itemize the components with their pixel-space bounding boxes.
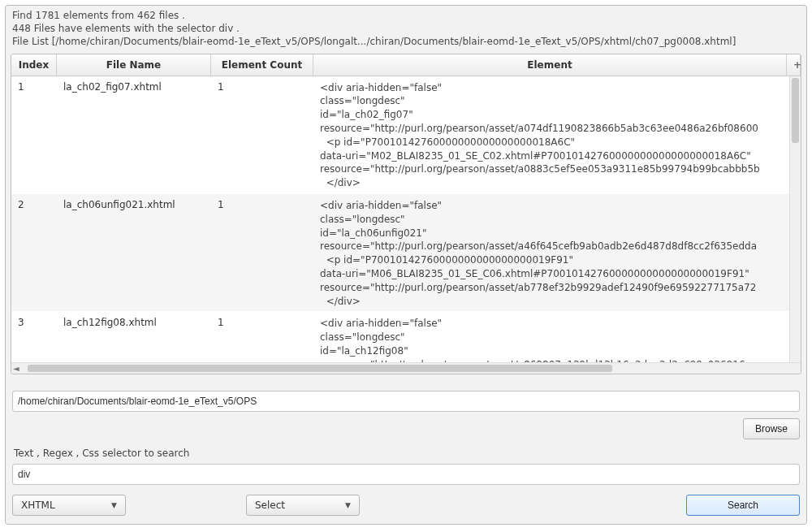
path-input[interactable] (12, 391, 800, 412)
cell-file-name: la_ch02_fig07.xhtml (57, 76, 211, 193)
format-select-value: XHTML (21, 500, 55, 511)
cell-index: 1 (11, 76, 57, 193)
cell-index: 3 (11, 312, 57, 362)
plus-icon: + (793, 59, 801, 71)
cell-element-count: 1 (211, 76, 313, 193)
results-table: Index File Name Element Count Element + … (11, 54, 801, 374)
format-select[interactable]: XHTML ▼ (12, 495, 126, 516)
cell-element: <div aria-hidden="false" class="longdesc… (313, 194, 789, 311)
table-row[interactable]: 2 la_ch06unfig021.xhtml 1 <div aria-hidd… (11, 194, 789, 312)
column-header-index[interactable]: Index (11, 54, 57, 76)
cell-element-count: 1 (211, 312, 313, 362)
table-row[interactable]: 1 la_ch02_fig07.xhtml 1 <div aria-hidden… (11, 76, 789, 194)
vertical-scrollbar[interactable] (789, 76, 801, 362)
summary-line-2: 448 Files have elements with the selecto… (12, 22, 800, 35)
column-header-file-name[interactable]: File Name (57, 54, 211, 76)
summary-block: Find 1781 elements from 462 files . 448 … (6, 6, 806, 50)
summary-line-1: Find 1781 elements from 462 files . (12, 9, 800, 22)
scrollbar-thumb[interactable] (28, 365, 612, 372)
scroll-left-icon: ◄ (13, 364, 19, 373)
main-panel: Find 1781 elements from 462 files . 448 … (5, 5, 807, 525)
mode-select-value: Select (255, 500, 285, 511)
column-header-element[interactable]: Element (313, 54, 787, 76)
cell-element: <div aria-hidden="false" class="longdesc… (313, 76, 789, 193)
table-row[interactable]: 3 la_ch12fig08.xhtml 1 <div aria-hidden=… (11, 312, 789, 362)
cell-file-name: la_ch12fig08.xhtml (57, 312, 211, 362)
summary-line-3: File List [/home/chiran/Documents/blair-… (12, 35, 800, 48)
mode-select[interactable]: Select ▼ (246, 495, 360, 516)
cell-element-count: 1 (211, 194, 313, 311)
column-header-element-count[interactable]: Element Count (211, 54, 313, 76)
chevron-down-icon: ▼ (111, 501, 117, 509)
search-input[interactable] (12, 464, 800, 485)
table-body: 1 la_ch02_fig07.xhtml 1 <div aria-hidden… (11, 76, 789, 362)
search-label: Text , Regex , Css selector to search (6, 444, 806, 462)
table-header: Index File Name Element Count Element + (11, 54, 801, 76)
scrollbar-thumb[interactable] (792, 78, 799, 143)
cell-element: <div aria-hidden="false" class="longdesc… (313, 312, 789, 362)
cell-index: 2 (11, 194, 57, 311)
search-button[interactable]: Search (686, 495, 800, 516)
cell-file-name: la_ch06unfig021.xhtml (57, 194, 211, 311)
add-column-button[interactable]: + (787, 54, 801, 76)
browse-button[interactable]: Browse (743, 418, 800, 439)
horizontal-scrollbar[interactable]: ◄ (11, 362, 801, 374)
chevron-down-icon: ▼ (345, 501, 351, 509)
